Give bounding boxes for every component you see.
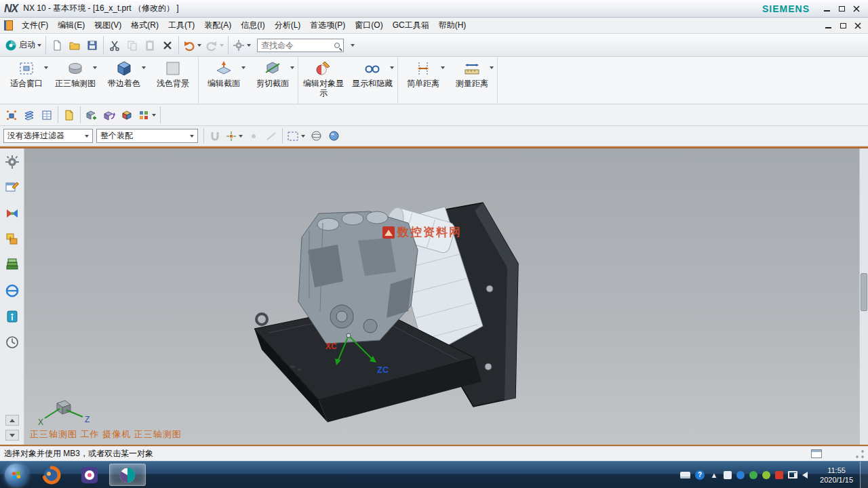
menu-gc-toolbox[interactable]: GC工具箱 <box>388 18 434 33</box>
close-button[interactable] <box>849 3 864 15</box>
menu-analysis[interactable]: 分析(L) <box>270 18 306 33</box>
resource-scroll-down-button[interactable] <box>5 430 19 441</box>
cut-button[interactable] <box>106 37 123 54</box>
menu-tools[interactable]: 工具(T) <box>163 18 199 33</box>
measure-distance-button[interactable]: 测量距离 <box>448 57 496 104</box>
find-component-button[interactable] <box>3 106 20 124</box>
minimize-button[interactable] <box>819 3 834 15</box>
reuse-library-icon <box>5 258 20 272</box>
taskbar-app[interactable] <box>71 464 108 486</box>
tray-security-icon[interactable] <box>736 471 745 479</box>
tray-shield-icon[interactable] <box>762 471 770 479</box>
show-desktop-button[interactable] <box>860 462 868 488</box>
search-icon[interactable] <box>334 43 340 48</box>
menu-window[interactable]: 窗口(O) <box>350 18 387 33</box>
open-component-button[interactable] <box>60 106 78 124</box>
new-file-button[interactable] <box>48 37 66 54</box>
edit-object-display-button[interactable]: 编辑对象显示 <box>299 57 348 104</box>
pattern-component-button[interactable] <box>136 106 158 124</box>
part-navigator-button[interactable] <box>3 230 22 249</box>
snap-point-options-button[interactable] <box>224 127 245 145</box>
child-close-button[interactable] <box>850 20 865 31</box>
internet-explorer-button[interactable] <box>3 281 22 300</box>
viewport-scrollbar[interactable] <box>859 148 868 445</box>
tray-alert-icon[interactable] <box>775 471 783 479</box>
fit-window-button[interactable]: 适合窗口 <box>2 57 51 104</box>
clip-section-button[interactable]: 剪切截面 <box>248 57 297 104</box>
redo-button[interactable] <box>203 37 226 54</box>
tray-antivirus-icon[interactable] <box>749 471 757 479</box>
endpoint-snap-toggle[interactable] <box>245 127 262 145</box>
assembly-constraints-button[interactable] <box>118 106 136 124</box>
reuse-library-button[interactable] <box>3 256 22 274</box>
constraint-navigator-button[interactable] <box>3 204 22 223</box>
hd3d-tools-button[interactable] <box>3 307 22 326</box>
move-component-button[interactable] <box>100 106 118 124</box>
edit-section-button[interactable]: 编辑截面 <box>199 57 248 104</box>
open-file-button[interactable] <box>66 37 83 54</box>
tray-hidden-icons-button[interactable]: ▲ <box>709 470 719 480</box>
start-button[interactable] <box>0 462 33 488</box>
isometric-view-button[interactable]: 正三轴测图 <box>51 57 100 104</box>
undo-button[interactable] <box>181 37 203 54</box>
menu-file[interactable]: 文件(F) <box>17 18 53 33</box>
tray-volume-icon[interactable] <box>802 472 808 479</box>
tray-help-icon[interactable]: ? <box>695 470 705 480</box>
light-background-button[interactable]: 浅色背景 <box>149 57 197 104</box>
roles-button[interactable] <box>3 152 22 171</box>
dropdown-arrow-icon <box>152 114 156 117</box>
status-bar: 选择对象并使用 MB3，或者双击某一对象 <box>0 446 868 461</box>
tray-message-icon[interactable] <box>724 471 732 479</box>
clock-date: 2020/1/15 <box>820 475 853 485</box>
command-search-input[interactable] <box>257 39 344 52</box>
child-minimize-button[interactable] <box>821 20 835 31</box>
tray-keyboard-icon[interactable] <box>680 472 690 479</box>
component-grid-button[interactable] <box>38 106 56 124</box>
menu-assemblies[interactable]: 装配(A) <box>199 18 236 33</box>
taskbar-nx[interactable] <box>109 464 146 486</box>
add-component-button[interactable] <box>83 106 100 124</box>
scrollbar-thumb[interactable] <box>861 273 867 312</box>
show-and-hide-button[interactable]: 显示和隐藏 <box>348 57 397 104</box>
child-restore-button[interactable] <box>835 20 850 31</box>
close-icon <box>854 22 861 29</box>
taskbar-clock[interactable]: 11:55 2020/1/15 <box>813 462 860 488</box>
internet-explorer-icon <box>5 283 20 298</box>
save-button[interactable] <box>83 37 101 54</box>
snap-point-toggle[interactable] <box>206 127 224 145</box>
midpoint-snap-toggle[interactable] <box>262 127 280 145</box>
menu-information[interactable]: 信息(I) <box>236 18 269 33</box>
search-options-button[interactable] <box>344 37 361 54</box>
wireframe-sphere-button[interactable] <box>307 127 325 145</box>
rectangle-select-button[interactable] <box>285 127 307 145</box>
menu-preferences[interactable]: 首选项(P) <box>305 18 350 33</box>
selection-filter-dropdown[interactable]: 没有选择过滤器 <box>3 129 93 143</box>
find-component-icon <box>5 109 18 121</box>
copy-button[interactable] <box>123 37 141 54</box>
menu-format[interactable]: 格式(R) <box>126 18 163 33</box>
graphics-viewport[interactable]: XC ZC X Z 数控资料网 正三轴测图 工作 摄像机 正三轴测 <box>24 148 868 445</box>
component-list-button[interactable] <box>20 106 38 124</box>
redo-arrow-icon <box>205 39 218 52</box>
resource-scroll-up-button[interactable] <box>5 415 19 426</box>
wcs-zc-label: ZC <box>377 365 389 375</box>
shaded-sphere-button[interactable] <box>325 127 342 145</box>
shaded-with-edges-button[interactable]: 带边着色 <box>100 57 149 104</box>
assembly-navigator-button[interactable] <box>3 178 22 197</box>
delete-button[interactable] <box>159 37 176 54</box>
menu-help[interactable]: 帮助(H) <box>434 18 471 33</box>
history-button[interactable] <box>3 333 22 352</box>
menu-view[interactable]: 视图(V) <box>90 18 126 33</box>
paste-button[interactable] <box>141 37 159 54</box>
simple-distance-button[interactable]: 简单距离 <box>399 57 448 104</box>
taskbar-firefox[interactable] <box>33 464 70 486</box>
maximize-button[interactable] <box>834 3 849 15</box>
information-window-icon[interactable] <box>811 449 822 458</box>
touch-mode-button[interactable] <box>231 37 253 54</box>
menu-edit[interactable]: 编辑(E) <box>53 18 90 33</box>
start-menu-button[interactable]: 启动 <box>3 37 43 54</box>
dropdown-arrow-icon <box>241 66 245 69</box>
fit-window-icon <box>18 60 35 77</box>
resize-grip[interactable] <box>856 450 864 458</box>
selection-scope-dropdown[interactable]: 整个装配 <box>96 129 198 143</box>
